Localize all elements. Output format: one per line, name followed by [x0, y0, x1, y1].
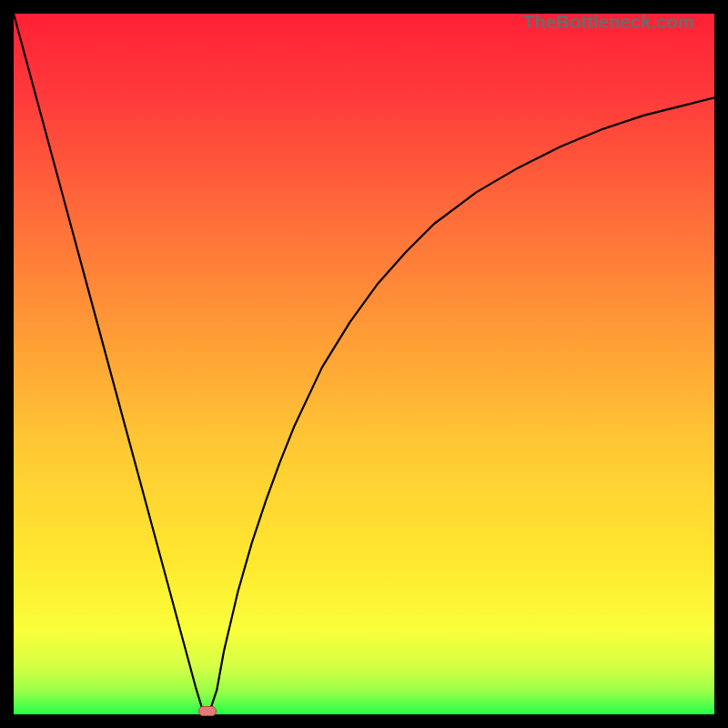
bottleneck-curve	[14, 14, 714, 714]
chart-frame: TheBottleneck.com	[14, 14, 714, 714]
optimal-marker	[198, 706, 217, 716]
watermark-label: TheBottleneck.com	[523, 12, 694, 33]
